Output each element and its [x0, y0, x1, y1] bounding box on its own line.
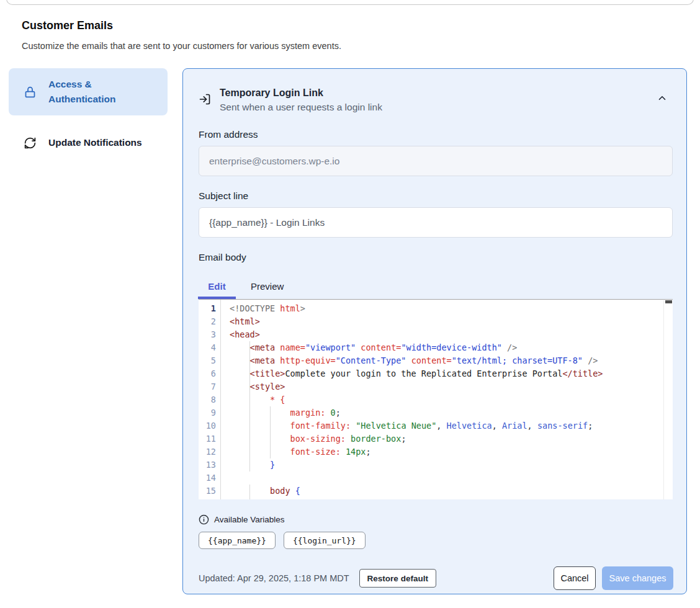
email-body-label: Email body — [199, 252, 671, 263]
card-header: Temporary Login Link Sent when a user re… — [199, 86, 671, 115]
available-variables-header: Available Variables — [199, 514, 671, 525]
editor-code[interactable]: <!DOCTYPE html><html><head> <meta name="… — [230, 302, 663, 499]
cancel-button[interactable]: Cancel — [554, 566, 596, 590]
tab-preview[interactable]: Preview — [251, 281, 284, 299]
card-title: Temporary Login Link — [220, 86, 382, 100]
chevron-up-icon — [657, 92, 668, 104]
editor-tabs: Edit Preview — [199, 278, 673, 299]
subject-line-input[interactable] — [199, 207, 673, 238]
scrollbar-track — [663, 300, 664, 499]
save-changes-button[interactable]: Save changes — [602, 566, 673, 590]
code-editor[interactable]: 12345678910111213141516 <!DOCTYPE html><… — [199, 299, 673, 499]
available-variables-label: Available Variables — [214, 515, 285, 524]
collapse-button[interactable] — [653, 89, 671, 109]
page-title: Customer Emails — [22, 19, 113, 32]
variable-chip[interactable]: {{login_url}} — [284, 532, 366, 549]
card-header-text: Temporary Login Link Sent when a user re… — [220, 86, 382, 115]
from-address-label: From address — [199, 129, 671, 140]
customer-emails-page: Customer Emails Customize the emails tha… — [0, 0, 700, 608]
sidebar-item-label: Update Notifications — [48, 135, 142, 150]
sidebar-item-label: Access & Authentication — [48, 77, 160, 107]
email-types-sidebar: Access & Authentication Update Notificat… — [9, 68, 168, 159]
variable-chip[interactable]: {{app_name}} — [199, 532, 276, 549]
temporary-login-link-card: Temporary Login Link Sent when a user re… — [182, 68, 687, 594]
updated-timestamp: Updated: Apr 29, 2025, 1:18 PM MDT — [199, 573, 349, 583]
card-footer: Updated: Apr 29, 2025, 1:18 PM MDT Resto… — [199, 566, 673, 590]
sidebar-item-update-notifications[interactable]: Update Notifications — [9, 127, 168, 159]
previous-section-edge — [6, 0, 694, 5]
card-subtitle: Sent when a user requests a login link — [220, 100, 382, 115]
info-icon — [199, 514, 209, 525]
editor-gutter: 12345678910111213141516 — [199, 302, 216, 499]
lock-icon — [24, 86, 37, 99]
page-subtitle: Customize the emails that are sent to yo… — [22, 41, 341, 51]
sidebar-item-access-authentication[interactable]: Access & Authentication — [9, 68, 168, 115]
editor-scrollbar-thumb[interactable] — [665, 300, 672, 303]
log-in-icon — [199, 93, 211, 105]
refresh-icon — [24, 136, 37, 150]
restore-default-button[interactable]: Restore default — [359, 569, 436, 588]
from-address-input[interactable] — [199, 146, 673, 176]
subject-line-label: Subject line — [199, 190, 671, 202]
gutter-separator — [220, 300, 221, 499]
variable-chips: {{app_name}}{{login_url}} — [199, 532, 671, 549]
